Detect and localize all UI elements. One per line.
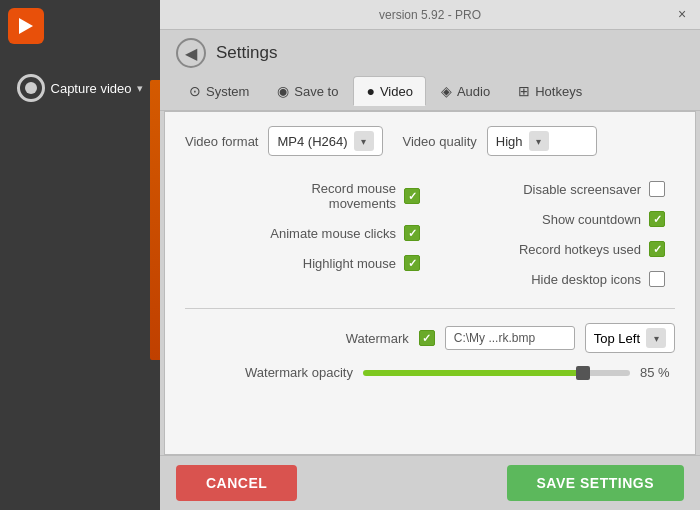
- section-divider: [185, 308, 675, 309]
- cancel-button[interactable]: CANCEL: [176, 465, 297, 501]
- highlight-mouse-checkbox[interactable]: [404, 255, 420, 271]
- hotkeys-tab-icon: ⊞: [518, 83, 530, 99]
- system-tab-icon: ⊙: [189, 83, 201, 99]
- svg-marker-0: [19, 18, 33, 34]
- video-format-arrow-icon: ▾: [354, 131, 374, 151]
- record-mouse-label: Record mousemovements: [311, 181, 396, 211]
- tab-save-to[interactable]: ◉ Save to: [264, 76, 351, 106]
- back-icon: ◀: [185, 44, 197, 63]
- opacity-value: 85 %: [640, 365, 675, 380]
- tab-audio[interactable]: ◈ Audio: [428, 76, 503, 106]
- opacity-label: Watermark opacity: [245, 365, 353, 380]
- record-mouse-checkbox[interactable]: [404, 188, 420, 204]
- video-quality-arrow-icon: ▾: [529, 131, 549, 151]
- opacity-row: Watermark opacity 85 %: [185, 365, 675, 380]
- audio-tab-icon: ◈: [441, 83, 452, 99]
- record-circle-icon: [17, 74, 45, 102]
- watermark-pos-value: Top Left: [594, 331, 640, 346]
- video-format-label: Video format: [185, 134, 258, 149]
- hide-icons-checkbox[interactable]: [649, 271, 665, 287]
- main-panel: version 5.92 - PRO × ◀ Settings ⊙ System…: [160, 0, 700, 510]
- option-disable-screensaver: Disable screensaver: [430, 174, 675, 204]
- page-title: Settings: [216, 43, 277, 63]
- header-row: ◀ Settings: [160, 30, 700, 72]
- version-label: version 5.92 - PRO: [379, 8, 481, 22]
- option-show-countdown: Show countdown: [430, 204, 675, 234]
- saveto-tab-label: Save to: [294, 84, 338, 99]
- app-logo: [8, 8, 44, 44]
- back-button[interactable]: ◀: [176, 38, 206, 68]
- option-highlight-mouse: Highlight mouse: [185, 248, 430, 278]
- system-tab-label: System: [206, 84, 249, 99]
- capture-video-button[interactable]: Capture video ▾: [9, 70, 152, 106]
- sidebar: Capture video ▾: [0, 0, 160, 510]
- video-quality-group: Video quality High ▾: [403, 126, 597, 156]
- video-format-group: Video format MP4 (H264) ▾: [185, 126, 383, 156]
- video-tab-icon: ●: [366, 83, 374, 99]
- record-hotkeys-checkbox[interactable]: [649, 241, 665, 257]
- video-quality-label: Video quality: [403, 134, 477, 149]
- watermark-position-select[interactable]: Top Left ▾: [585, 323, 675, 353]
- disable-screensaver-label: Disable screensaver: [523, 182, 641, 197]
- capture-dropdown-arrow: ▾: [137, 82, 143, 95]
- save-settings-button[interactable]: SAVE SETTINGS: [507, 465, 684, 501]
- topbar: version 5.92 - PRO ×: [160, 0, 700, 30]
- footer: CANCEL SAVE SETTINGS: [160, 455, 700, 510]
- opacity-slider[interactable]: [363, 370, 630, 376]
- audio-tab-label: Audio: [457, 84, 490, 99]
- video-quality-value: High: [496, 134, 523, 149]
- show-countdown-checkbox[interactable]: [649, 211, 665, 227]
- format-quality-row: Video format MP4 (H264) ▾ Video quality …: [185, 126, 675, 156]
- option-record-mouse: Record mousemovements: [185, 174, 430, 218]
- tabs-bar: ⊙ System ◉ Save to ● Video ◈ Audio ⊞ Hot…: [160, 72, 700, 111]
- watermark-pos-arrow-icon: ▾: [646, 328, 666, 348]
- opacity-slider-thumb[interactable]: [576, 366, 590, 380]
- hide-icons-label: Hide desktop icons: [531, 272, 641, 287]
- capture-video-label: Capture video: [51, 81, 132, 96]
- animate-clicks-label: Animate mouse clicks: [270, 226, 396, 241]
- disable-screensaver-checkbox[interactable]: [649, 181, 665, 197]
- video-quality-select[interactable]: High ▾: [487, 126, 597, 156]
- watermark-row: Watermark C:\My ...rk.bmp Top Left ▾: [185, 323, 675, 353]
- watermark-checkbox[interactable]: [419, 330, 435, 346]
- watermark-path-field[interactable]: C:\My ...rk.bmp: [445, 326, 575, 350]
- highlight-mouse-label: Highlight mouse: [303, 256, 396, 271]
- show-countdown-label: Show countdown: [542, 212, 641, 227]
- content-panel: Video format MP4 (H264) ▾ Video quality …: [164, 111, 696, 455]
- option-hide-icons: Hide desktop icons: [430, 264, 675, 294]
- close-button[interactable]: ×: [672, 4, 692, 24]
- options-grid: Record mousemovements Animate mouse clic…: [185, 174, 675, 294]
- record-hotkeys-label: Record hotkeys used: [519, 242, 641, 257]
- hotkeys-tab-label: Hotkeys: [535, 84, 582, 99]
- animate-clicks-checkbox[interactable]: [404, 225, 420, 241]
- video-format-select[interactable]: MP4 (H264) ▾: [268, 126, 382, 156]
- tab-video[interactable]: ● Video: [353, 76, 425, 106]
- video-format-value: MP4 (H264): [277, 134, 347, 149]
- video-tab-label: Video: [380, 84, 413, 99]
- tab-hotkeys[interactable]: ⊞ Hotkeys: [505, 76, 595, 106]
- option-animate-clicks: Animate mouse clicks: [185, 218, 430, 248]
- watermark-label: Watermark: [346, 331, 409, 346]
- tab-system[interactable]: ⊙ System: [176, 76, 262, 106]
- option-record-hotkeys: Record hotkeys used: [430, 234, 675, 264]
- record-dot-icon: [25, 82, 37, 94]
- saveto-tab-icon: ◉: [277, 83, 289, 99]
- sidebar-accent-strip: [150, 80, 160, 360]
